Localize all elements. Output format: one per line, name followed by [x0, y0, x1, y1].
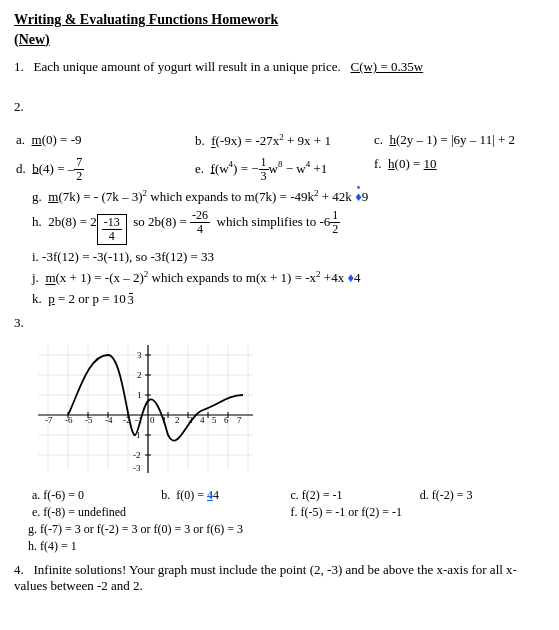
svg-text:4: 4 — [200, 415, 205, 425]
q4-number: 4. — [14, 562, 24, 577]
svg-text:-7: -7 — [45, 415, 53, 425]
svg-text:3: 3 — [137, 350, 142, 360]
svg-text:-2: -2 — [133, 450, 141, 460]
q2k: k. p = 2 or p = 103 — [32, 291, 545, 307]
q3d: d. f(-2) = 3 — [420, 488, 545, 503]
svg-text:-4: -4 — [105, 415, 113, 425]
q2a: a. m(0) = -9 — [14, 131, 187, 150]
q2j: j. m(x + 1) = -(x – 2)2 which expands to… — [32, 269, 545, 286]
question-2: 2. a. m(0) = -9 b. f(-9x) = -27x2 + 9x +… — [14, 99, 545, 307]
svg-text:-5: -5 — [85, 415, 93, 425]
q2c: c. h(2y – 1) = |6y – 11| + 2 — [372, 131, 545, 150]
svg-text:5: 5 — [212, 415, 217, 425]
q3g: g. f(-7) = 3 or f(-2) = 3 or f(0) = 3 or… — [28, 522, 545, 537]
q3b: b. f(0) = 44 — [161, 488, 286, 503]
question-4: 4. Infinite solutions! Your graph must i… — [14, 562, 545, 594]
q1-func: C(w) = 0.35w — [350, 59, 423, 74]
q3-answers-row2: e. f(-8) = undefined f. f(-5) = -1 or f(… — [32, 505, 545, 520]
svg-text:-3: -3 — [133, 463, 141, 473]
q3h: h. f(4) = 1 — [28, 539, 545, 554]
q3-answers-row1: a. f(-6) = 0 b. f(0) = 44 c. f(2) = -1 d… — [32, 488, 545, 503]
q2f: f. h(0) = 10 — [372, 155, 545, 184]
svg-text:-6: -6 — [65, 415, 73, 425]
q2d: d. b(4) = –72 — [14, 155, 187, 184]
q2h: h. 2b(8) = 2-134 so 2b(8) = -264 which s… — [32, 209, 545, 245]
q3a: a. f(-6) = 0 — [32, 488, 157, 503]
svg-text:0: 0 — [150, 415, 155, 425]
q2i: i. -3f(12) = -3(-11), so -3f(12) = 33 — [32, 249, 545, 265]
q2e: e. f(w4) = −13w8 − w4 +1 — [193, 155, 366, 184]
q3f: f. f(-5) = -1 or f(2) = -1 — [291, 505, 546, 520]
svg-text:2: 2 — [175, 415, 180, 425]
q3e: e. f(-8) = undefined — [32, 505, 287, 520]
q2b: b. f(-9x) = -27x2 + 9x + 1 — [193, 131, 366, 150]
q3-number: 3. — [14, 315, 545, 331]
q2-number: 2. — [14, 99, 545, 115]
graph-container: -7 -6 -5 -4 -2 -1 0 1 2 3 4 5 6 7 3 2 1 … — [28, 335, 545, 484]
q4-text: Infinite solutions! Your graph must incl… — [14, 562, 517, 593]
q2-row2: d. b(4) = –72 e. f(w4) = −13w8 − w4 +1 f… — [14, 155, 545, 184]
q2g: g. m(7k) = - (7k – 3)2 which expands to … — [32, 188, 545, 205]
svg-text:1: 1 — [137, 390, 142, 400]
q3c: c. f(2) = -1 — [291, 488, 416, 503]
svg-text:7: 7 — [237, 415, 242, 425]
question-1: 1. Each unique amount of yogurt will res… — [14, 59, 545, 75]
question-3: 3. -7 -6 — [14, 315, 545, 554]
q1-number: 1. — [14, 59, 24, 74]
svg-text:2: 2 — [137, 370, 142, 380]
graph-svg: -7 -6 -5 -4 -2 -1 0 1 2 3 4 5 6 7 3 2 1 … — [28, 335, 258, 480]
q1-text: Each unique amount of yogurt will result… — [34, 59, 341, 74]
page-title: Writing & Evaluating Functions Homework … — [14, 10, 545, 49]
q2-row1: a. m(0) = -9 b. f(-9x) = -27x2 + 9x + 1 … — [14, 131, 545, 150]
